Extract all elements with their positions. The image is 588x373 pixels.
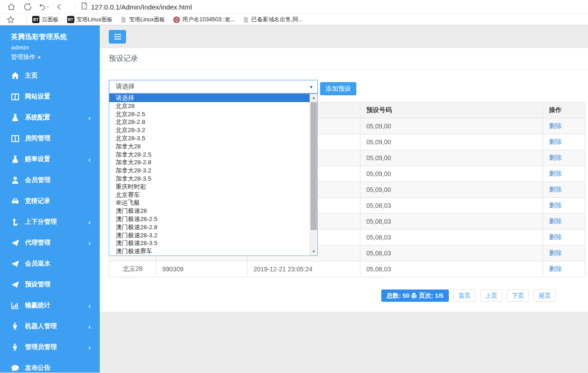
sidebar-item-member-management[interactable]: 会员管理 xyxy=(0,170,100,191)
select-option[interactable]: 加拿大28-3.5 xyxy=(109,175,310,183)
sidebar-item-robot-management[interactable]: 机器人管理 ‹ xyxy=(0,316,100,337)
sidebar-item-publish-notice[interactable]: 发布公告 xyxy=(0,358,100,373)
select-option[interactable]: 北京28-3.2 xyxy=(109,126,310,134)
delete-link[interactable]: 删除 xyxy=(549,265,562,272)
bookmarks-bar: BT 云面板 BT 宝塔Linux面板 宝塔Linux面板 用户名1034503… xyxy=(0,14,588,25)
add-preset-button[interactable]: 添加预设 xyxy=(320,82,356,95)
undo-button[interactable]: ˅ xyxy=(38,3,49,11)
delete-link[interactable]: 删除 xyxy=(549,249,562,256)
select-option[interactable]: 加拿大28 xyxy=(109,142,310,151)
bookmark-item[interactable]: 已备案域名出售,阿... xyxy=(243,16,303,24)
send-icon xyxy=(11,240,19,246)
delete-link[interactable]: 删除 xyxy=(549,233,562,240)
select-option[interactable]: 北京28 xyxy=(109,102,310,110)
comment-icon xyxy=(11,365,19,372)
bt-logo-icon: BT xyxy=(67,16,74,23)
select-option[interactable]: 请选择 xyxy=(109,94,310,102)
select-option[interactable]: 加拿大28-3.2 xyxy=(109,167,310,175)
home-icon xyxy=(11,72,19,79)
delete-link[interactable]: 删除 xyxy=(549,154,562,161)
select-option[interactable]: 加拿大28-2.5 xyxy=(109,151,310,159)
bookmark-item[interactable]: 用户名1034503::老... xyxy=(173,16,235,24)
sidebar-item-home[interactable]: 主页 xyxy=(0,65,100,86)
bookmark-item[interactable]: 宝塔Linux面板 xyxy=(121,16,165,24)
user-icon xyxy=(11,177,19,184)
browser-chrome: ˅ 127.0.0.1/Admin/Index/index.html BT 云面… xyxy=(0,0,588,25)
caret-down-icon: ▼ xyxy=(37,55,41,60)
home-nav-icon[interactable] xyxy=(5,2,17,11)
delete-link[interactable]: 删除 xyxy=(549,122,562,129)
sidebar-item-preset-management[interactable]: 预设管理 xyxy=(0,274,100,295)
chevron-left-icon: ‹ xyxy=(88,114,91,122)
seal-icon xyxy=(173,16,180,23)
car-icon xyxy=(11,198,19,204)
sidebar-item-member-rebate[interactable]: 会员返水 xyxy=(0,253,100,274)
admin-actions-dropdown[interactable]: 管理操作▼ xyxy=(11,53,100,61)
topbar xyxy=(100,25,588,48)
scroll-up-icon[interactable]: ▲ xyxy=(310,94,317,102)
scrollbar-thumb[interactable] xyxy=(311,102,317,230)
url-bar[interactable]: 127.0.0.1/Admin/Index/index.html xyxy=(91,3,192,11)
chevron-left-icon: ‹ xyxy=(88,344,91,351)
select-option[interactable]: 加拿大28-2.8 xyxy=(109,158,310,167)
select-option[interactable]: 澳门极速28-2.5 xyxy=(109,215,310,223)
pagination: 总数: 50 条 页次: 1/5 首页 上页 下页 尾页 xyxy=(100,290,588,302)
select-option[interactable]: 澳门极速赛车 xyxy=(109,247,310,255)
reload-icon[interactable] xyxy=(22,2,34,11)
bookmark-item[interactable]: BT 云面板 xyxy=(32,16,59,24)
delete-link[interactable]: 删除 xyxy=(549,138,562,145)
bookmark-item[interactable]: BT 宝塔Linux面板 xyxy=(67,16,113,24)
sidebar-item-bet-records[interactable]: 竞猜记录 xyxy=(0,191,100,211)
select-option[interactable]: 北京28-2.8 xyxy=(109,118,310,126)
page-icon xyxy=(121,16,126,23)
main-area: 预设记录 请选择 ▼ 添加预设 预设号码 xyxy=(100,25,588,373)
sidebar-item-agent-management[interactable]: 代理管理 ‹ xyxy=(0,232,100,253)
select-option[interactable]: 幸运飞艇 xyxy=(109,199,310,207)
bookmark-star-icon[interactable] xyxy=(5,15,16,24)
select-option[interactable]: 北京28-3.5 xyxy=(109,134,310,142)
columns-icon xyxy=(11,135,19,142)
sidebar-item-admin-management[interactable]: 管理员管理 ‹ xyxy=(0,337,100,358)
select-arrow-icon: ▼ xyxy=(309,85,313,89)
delete-link[interactable]: 删除 xyxy=(549,201,562,209)
scroll-down-icon[interactable]: ▼ xyxy=(310,248,317,255)
delete-link[interactable]: 删除 xyxy=(549,217,562,225)
hamburger-menu-button[interactable] xyxy=(109,30,126,44)
page-doc-icon xyxy=(81,2,87,11)
sidebar-item-winloss-stats[interactable]: 输赢统计 ‹ xyxy=(0,295,100,316)
pagination-summary: 总数: 50 条 页次: 1/5 xyxy=(381,290,449,302)
send-icon xyxy=(11,281,19,288)
sidebar-item-system-config[interactable]: 系统配置 ‹ xyxy=(0,107,100,128)
chart-icon xyxy=(11,302,19,309)
page-title: 预设记录 xyxy=(100,48,588,70)
col-preset-number: 预设号码 xyxy=(360,103,543,118)
back-icon[interactable] xyxy=(53,2,65,11)
select-option[interactable]: 北京28-2.5 xyxy=(109,110,310,118)
chevron-left-icon: ‹ xyxy=(88,218,91,226)
select-option[interactable]: 重庆时时彩 xyxy=(109,183,310,191)
divider xyxy=(26,15,27,24)
dropdown-scrollbar[interactable]: ▲ ▼ xyxy=(310,94,317,255)
prev-page-button[interactable]: 上页 xyxy=(480,290,502,302)
select-option[interactable]: 澳门极速28 xyxy=(109,207,310,215)
undo-dropdown-caret[interactable]: ˅ xyxy=(47,5,49,9)
app-title: 英腾迅彩管理系统 xyxy=(11,33,100,41)
flask-icon xyxy=(11,114,19,121)
sidebar-item-room-management[interactable]: 房间管理 xyxy=(0,128,100,149)
last-page-button[interactable]: 尾页 xyxy=(534,290,556,302)
sidebar-item-odds-settings[interactable]: 赔率设置 ‹ xyxy=(0,149,100,170)
delete-link[interactable]: 删除 xyxy=(549,186,562,193)
select-option[interactable]: 澳门极速28-3.2 xyxy=(109,231,310,240)
game-select[interactable]: 请选择 ▼ xyxy=(109,80,318,93)
sidebar-item-site-settings[interactable]: 网站设置 xyxy=(0,86,100,107)
delete-link[interactable]: 删除 xyxy=(549,170,562,177)
sidebar-item-points-management[interactable]: 上下分管理 ‹ xyxy=(0,211,100,232)
bt-logo-icon: BT xyxy=(32,16,39,23)
select-option[interactable]: 澳门极速28-2.8 xyxy=(109,223,310,231)
next-page-button[interactable]: 下页 xyxy=(507,290,529,302)
person-icon xyxy=(11,323,19,330)
select-option[interactable]: 北京赛车 xyxy=(109,191,310,199)
chevron-left-icon: ‹ xyxy=(88,156,91,163)
select-option[interactable]: 澳门极速28-3.5 xyxy=(109,239,310,247)
first-page-button[interactable]: 首页 xyxy=(453,290,476,302)
